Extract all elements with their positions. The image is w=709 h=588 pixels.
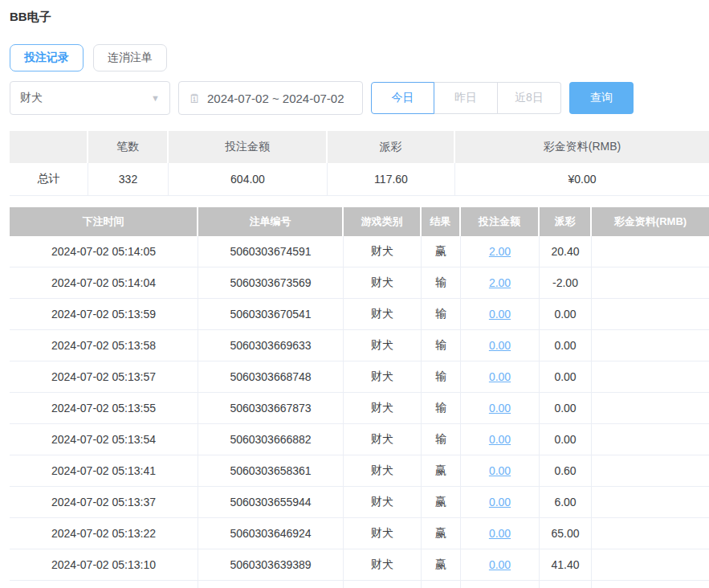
cell-payout: 0.00 (540, 299, 592, 329)
summary-total-bet-amount: 604.00 (169, 163, 328, 195)
bet-amount-link[interactable]: 0.00 (489, 527, 511, 540)
bet-amount-link[interactable]: 0.00 (489, 433, 511, 446)
game-select-value: 财犬 (20, 91, 43, 105)
cell-order-number: 5060303639389 (198, 549, 344, 580)
cell-game-type: 财犬 (344, 330, 422, 361)
cell-result: 输 (422, 581, 461, 588)
summary-header-count: 笔数 (88, 131, 169, 163)
last-8-days-button[interactable]: 近8日 (498, 82, 561, 114)
cell-payout: 0.00 (540, 581, 592, 588)
summary-header-bonus: 彩金资料(RMB) (455, 131, 709, 163)
table-row: 2024-07-02 05:13:37 5060303655944 财犬 赢 0… (10, 487, 709, 518)
bet-amount-link[interactable]: 2.00 (489, 276, 511, 289)
cell-game-type: 财犬 (344, 393, 422, 423)
table-row: 2024-07-02 05:13:58 5060303669633 财犬 输 0… (10, 330, 709, 361)
cell-game-type: 财犬 (344, 267, 422, 298)
summary-total-count: 332 (88, 163, 169, 195)
cell-payout: 6.00 (540, 487, 592, 517)
filter-bar: 财犬 ▼ 🗓 2024-07-02 ~ 2024-07-02 今日 昨日 近8日… (10, 81, 709, 115)
header-payout: 派彩 (540, 207, 592, 236)
table-row: 2024-07-02 05:13:57 5060303668748 财犬 输 0… (10, 361, 709, 393)
bet-amount-link[interactable]: 2.00 (489, 245, 511, 258)
cell-bonus (592, 549, 709, 580)
cell-payout: -2.00 (540, 267, 592, 298)
tab-cancelled-orders[interactable]: 连消注单 (93, 44, 167, 71)
table-row: 2024-07-02 05:13:54 5060303666882 财犬 输 0… (10, 424, 709, 455)
cell-result: 输 (422, 299, 461, 329)
records-table-body: 2024-07-02 05:14:05 5060303674591 财犬 赢 2… (10, 236, 709, 588)
summary-header-row: 笔数 投注金额 派彩 彩金资料(RMB) (10, 131, 709, 163)
cell-order-number: 5060303658361 (198, 455, 344, 486)
header-order-number: 注单编号 (198, 207, 344, 236)
summary-header-bet-amount: 投注金额 (169, 131, 328, 163)
cell-result: 输 (422, 330, 461, 361)
cell-result: 赢 (422, 455, 461, 486)
game-select[interactable]: 财犬 ▼ (10, 81, 170, 115)
cell-result: 赢 (422, 487, 461, 517)
table-row: 2024-07-02 05:13:22 5060303646924 财犬 赢 0… (10, 518, 709, 549)
cell-result: 赢 (422, 549, 461, 580)
date-range-input[interactable]: 🗓 2024-07-02 ~ 2024-07-02 (178, 81, 363, 115)
cell-payout: 0.00 (540, 361, 592, 392)
cell-bet-amount: 0.00 (461, 487, 540, 517)
query-button[interactable]: 查询 (569, 82, 634, 114)
cell-game-type: 财犬 (344, 299, 422, 329)
cell-order-number: 5060303638568 (198, 581, 344, 588)
table-row: 2024-07-02 05:13:55 5060303667873 财犬 输 0… (10, 393, 709, 424)
cell-bonus (592, 330, 709, 361)
date-range-value: 2024-07-02 ~ 2024-07-02 (207, 92, 344, 105)
today-button[interactable]: 今日 (371, 82, 434, 114)
table-row: 2024-07-02 05:13:41 5060303658361 财犬 赢 0… (10, 455, 709, 487)
bet-amount-link[interactable]: 0.00 (489, 464, 511, 477)
summary-header-empty (10, 131, 88, 163)
cell-bonus (592, 361, 709, 392)
header-bonus: 彩金资料(RMB) (592, 207, 709, 236)
cell-order-number: 5060303674591 (198, 236, 344, 267)
cell-bet-time: 2024-07-02 05:14:05 (10, 236, 198, 267)
cell-result: 赢 (422, 518, 461, 549)
cell-result: 输 (422, 267, 461, 298)
cell-bonus (592, 518, 709, 549)
bet-amount-link[interactable]: 0.00 (489, 558, 511, 571)
table-row: 2024-07-02 05:14:05 5060303674591 财犬 赢 2… (10, 236, 709, 267)
cell-bonus (592, 487, 709, 517)
summary-total-label: 总计 (10, 163, 88, 195)
header-game-type: 游戏类别 (344, 207, 422, 236)
bet-amount-link[interactable]: 0.00 (489, 370, 511, 383)
cell-bet-time: 2024-07-02 05:13:59 (10, 299, 198, 329)
records-table: 下注时间 注单编号 游戏类别 结果 投注金额 派彩 彩金资料(RMB) 2024… (10, 207, 709, 588)
yesterday-button[interactable]: 昨日 (434, 82, 498, 114)
chevron-down-icon: ▼ (151, 93, 160, 103)
bet-amount-link[interactable]: 0.00 (489, 496, 511, 508)
cell-order-number: 5060303673569 (198, 267, 344, 298)
table-row: 2024-07-02 05:13:59 5060303670541 财犬 输 0… (10, 299, 709, 330)
cell-game-type: 财犬 (344, 455, 422, 486)
records-header-row: 下注时间 注单编号 游戏类别 结果 投注金额 派彩 彩金资料(RMB) (10, 207, 709, 236)
cell-order-number: 5060303666882 (198, 424, 344, 455)
cell-bonus (592, 267, 709, 298)
cell-order-number: 5060303670541 (198, 299, 344, 329)
bet-amount-link[interactable]: 0.00 (489, 308, 511, 321)
cell-bet-time: 2024-07-02 05:13:57 (10, 361, 198, 392)
cell-bet-amount: 2.00 (461, 267, 540, 298)
tab-bet-records[interactable]: 投注记录 (10, 44, 84, 71)
cell-payout: 0.00 (540, 330, 592, 361)
cell-bet-amount: 0.00 (461, 518, 540, 549)
cell-game-type: 财犬 (344, 236, 422, 267)
bet-amount-link[interactable]: 0.00 (489, 339, 511, 352)
cell-bonus (592, 424, 709, 455)
cell-payout: 41.40 (540, 549, 592, 580)
cell-bet-time: 2024-07-02 05:13:37 (10, 487, 198, 517)
cell-bet-time: 2024-07-02 05:13:09 (10, 581, 198, 588)
cell-bonus (592, 393, 709, 423)
summary-table: 笔数 投注金额 派彩 彩金资料(RMB) 总计 332 604.00 117.6… (10, 131, 709, 196)
summary-total-row: 总计 332 604.00 117.60 ¥0.00 (10, 163, 709, 196)
bet-amount-link[interactable]: 0.00 (489, 402, 511, 414)
cell-payout: 0.60 (540, 455, 592, 486)
cell-result: 输 (422, 393, 461, 423)
header-bet-amount: 投注金额 (461, 207, 540, 236)
cell-payout: 0.00 (540, 424, 592, 455)
cell-order-number: 5060303655944 (198, 487, 344, 517)
cell-bet-amount: 0.00 (461, 549, 540, 580)
cell-result: 输 (422, 424, 461, 455)
